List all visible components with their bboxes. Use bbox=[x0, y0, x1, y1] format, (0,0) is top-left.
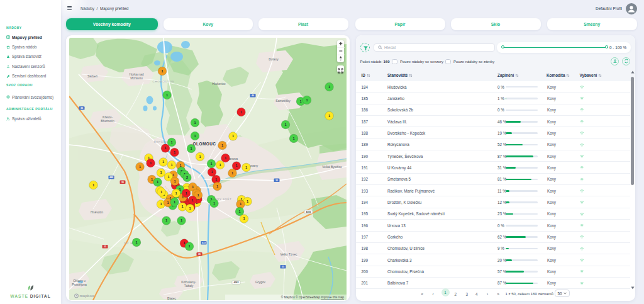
svg-text:1: 1 bbox=[167, 175, 169, 179]
svg-text:Blatec: Blatec bbox=[167, 296, 176, 300]
svg-text:1: 1 bbox=[245, 166, 247, 169]
svg-text:Skrbeň: Skrbeň bbox=[87, 74, 97, 78]
svg-text:4383: 4383 bbox=[233, 281, 238, 284]
svg-text:1: 1 bbox=[194, 134, 196, 138]
svg-text:35: 35 bbox=[104, 245, 106, 248]
svg-text:1: 1 bbox=[246, 200, 248, 203]
svg-text:Velký Týnec: Velký Týnec bbox=[280, 252, 297, 256]
svg-text:4383: 4383 bbox=[306, 211, 311, 213]
svg-text:1: 1 bbox=[170, 163, 172, 167]
svg-text:1: 1 bbox=[156, 180, 158, 184]
svg-text:1: 1 bbox=[160, 202, 162, 206]
svg-text:1: 1 bbox=[160, 171, 162, 174]
svg-text:Dolany: Dolany bbox=[269, 57, 279, 61]
svg-text:1: 1 bbox=[190, 147, 192, 150]
svg-text:448: 448 bbox=[109, 176, 113, 179]
svg-text:OLOMOUC: OLOMOUC bbox=[192, 142, 216, 146]
svg-text:ŘEPČÍN: ŘEPČÍN bbox=[153, 140, 167, 144]
svg-text:1: 1 bbox=[238, 210, 240, 213]
svg-text:1: 1 bbox=[188, 244, 190, 248]
svg-text:1: 1 bbox=[284, 123, 286, 127]
svg-text:46: 46 bbox=[252, 94, 254, 97]
svg-text:1: 1 bbox=[299, 99, 301, 103]
svg-text:1: 1 bbox=[185, 191, 187, 195]
svg-text:1: 1 bbox=[224, 156, 226, 160]
svg-text:1: 1 bbox=[170, 140, 172, 144]
svg-text:1: 1 bbox=[194, 121, 196, 125]
svg-text:2: 2 bbox=[186, 176, 187, 179]
svg-text:55: 55 bbox=[282, 266, 284, 268]
svg-text:1: 1 bbox=[213, 201, 214, 205]
svg-text:1: 1 bbox=[150, 177, 152, 181]
svg-text:Velká Bystřice: Velká Bystřice bbox=[322, 165, 342, 169]
svg-text:1: 1 bbox=[183, 241, 185, 245]
svg-text:1: 1 bbox=[235, 164, 237, 167]
svg-text:1: 1 bbox=[165, 93, 167, 97]
svg-text:1: 1 bbox=[219, 163, 221, 167]
svg-text:1: 1 bbox=[175, 191, 177, 195]
svg-text:1: 1 bbox=[199, 155, 201, 159]
svg-text:1: 1 bbox=[138, 165, 140, 169]
svg-text:1: 1 bbox=[165, 218, 167, 222]
svg-text:35: 35 bbox=[80, 107, 83, 110]
svg-text:1: 1 bbox=[214, 177, 216, 181]
svg-text:1: 1 bbox=[164, 146, 166, 150]
svg-text:1: 1 bbox=[162, 160, 164, 164]
svg-text:1: 1 bbox=[240, 110, 242, 114]
svg-text:1: 1 bbox=[197, 193, 199, 197]
svg-text:mapbox: mapbox bbox=[79, 294, 94, 298]
svg-text:1: 1 bbox=[189, 206, 191, 210]
svg-text:Břuchotín: Břuchotín bbox=[101, 119, 114, 123]
svg-text:1: 1 bbox=[173, 150, 175, 154]
svg-text:35: 35 bbox=[198, 253, 201, 256]
svg-text:1: 1 bbox=[306, 98, 308, 102]
svg-text:© Mapbox © OpenStreetMap Impro: © Mapbox © OpenStreetMap Improve this ma… bbox=[280, 295, 343, 299]
svg-text:Tážaly: Tážaly bbox=[184, 284, 193, 288]
svg-text:CHOMOUTOV: CHOMOUTOV bbox=[152, 80, 174, 83]
svg-text:1: 1 bbox=[161, 69, 163, 73]
svg-text:Samotíšky: Samotíšky bbox=[275, 99, 291, 103]
svg-text:1: 1 bbox=[173, 200, 175, 204]
svg-text:433: 433 bbox=[202, 242, 206, 244]
svg-text:1: 1 bbox=[181, 205, 183, 208]
svg-text:Moravou: Moravou bbox=[130, 76, 143, 80]
svg-text:1: 1 bbox=[167, 201, 169, 205]
svg-text:1: 1 bbox=[160, 190, 162, 194]
svg-text:1: 1 bbox=[243, 217, 245, 220]
svg-text:1: 1 bbox=[292, 137, 294, 140]
svg-text:1: 1 bbox=[180, 218, 182, 222]
svg-text:1: 1 bbox=[149, 161, 151, 165]
svg-text:1: 1 bbox=[92, 183, 94, 187]
svg-text:1: 1 bbox=[231, 134, 233, 138]
svg-text:Hněvotín: Hněvotín bbox=[90, 210, 103, 214]
svg-text:Grygov: Grygov bbox=[255, 280, 265, 284]
svg-text:1: 1 bbox=[231, 171, 233, 175]
svg-text:1: 1 bbox=[135, 240, 137, 244]
svg-text:1: 1 bbox=[210, 162, 212, 166]
svg-text:1: 1 bbox=[211, 170, 213, 174]
svg-text:1: 1 bbox=[328, 85, 330, 89]
svg-text:1: 1 bbox=[191, 185, 193, 189]
svg-text:1: 1 bbox=[221, 144, 223, 147]
svg-text:35: 35 bbox=[275, 179, 278, 182]
svg-text:1: 1 bbox=[191, 198, 193, 202]
svg-text:Prostějova: Prostějova bbox=[72, 283, 87, 286]
svg-text:1: 1 bbox=[174, 179, 175, 183]
svg-text:Hlušovice: Hlušovice bbox=[212, 82, 226, 86]
svg-text:35: 35 bbox=[121, 181, 124, 184]
svg-text:1: 1 bbox=[216, 184, 218, 188]
svg-text:1: 1 bbox=[328, 114, 330, 118]
svg-text:1: 1 bbox=[239, 202, 241, 206]
